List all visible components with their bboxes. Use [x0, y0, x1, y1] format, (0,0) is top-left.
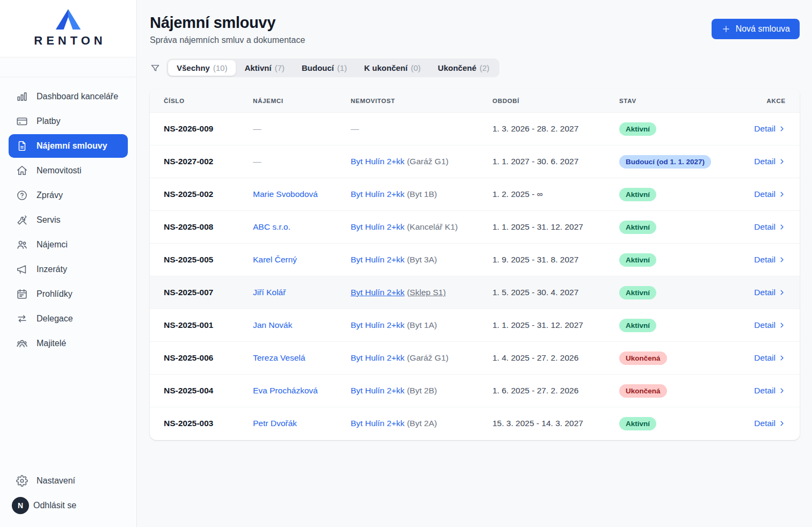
sidebar-footer: Nastavení N Odhlásit se: [0, 468, 136, 527]
property-link[interactable]: Byt Hulín 2+kk: [351, 222, 404, 231]
tab-future[interactable]: Budoucí (1): [293, 60, 356, 76]
tenant-empty-dash: —: [253, 124, 262, 133]
detail-link[interactable]: Detail: [754, 189, 786, 199]
table-row[interactable]: NS-2027-002 — Byt Hulín 2+kk (Garáž G1) …: [150, 145, 800, 178]
property-link[interactable]: Byt Hulín 2+kk: [351, 288, 404, 297]
tenant-cell: —: [253, 145, 351, 178]
tenant-link[interactable]: Marie Svobodová: [253, 189, 318, 199]
detail-link[interactable]: Detail: [754, 157, 786, 166]
tenant-link[interactable]: Jan Novák: [253, 320, 292, 330]
table-row[interactable]: NS-2025-006 Tereza Veselá Byt Hulín 2+kk…: [150, 342, 800, 375]
tab-label: K ukončení: [364, 63, 408, 72]
property-link[interactable]: Byt Hulín 2+kk: [351, 255, 404, 264]
column-header-tenants: NÁJEMCI: [253, 89, 351, 113]
status-cell: Aktivní: [619, 309, 748, 342]
status-cell: Ukončená: [619, 342, 748, 375]
chevron-right-icon: [778, 289, 786, 296]
tab-active[interactable]: Aktivní (7): [236, 60, 293, 76]
chevron-right-icon: [778, 420, 786, 427]
property-link[interactable]: Byt Hulín 2+kk: [351, 419, 404, 428]
action-cell: Detail: [748, 276, 800, 309]
contract-period: 1. 1. 2025 - 31. 12. 2027: [492, 222, 583, 231]
table-row[interactable]: NS-2025-008 ABC s.r.o. Byt Hulín 2+kk (K…: [150, 211, 800, 244]
status-cell: Aktivní: [619, 276, 748, 309]
tenant-link[interactable]: ABC s.r.o.: [253, 222, 291, 231]
contract-number-cell: NS-2025-006: [150, 342, 253, 375]
period-cell: 1. 2. 2025 - ∞: [492, 178, 619, 211]
sidebar-item-properties[interactable]: Nemovitosti: [9, 159, 128, 182]
contract-number: NS-2025-007: [164, 288, 213, 297]
table-row[interactable]: NS-2025-002 Marie Svobodová Byt Hulín 2+…: [150, 178, 800, 211]
contract-period: 1. 4. 2025 - 27. 2. 2026: [492, 353, 578, 362]
property-cell: Byt Hulín 2+kk (Byt 1A): [351, 309, 492, 342]
tab-to-terminate[interactable]: K ukončení (0): [356, 60, 429, 76]
tab-terminated[interactable]: Ukončené (2): [429, 60, 498, 76]
tenant-cell: Jan Novák: [253, 309, 351, 342]
detail-link[interactable]: Detail: [754, 222, 786, 232]
sidebar-item-dashboard[interactable]: Dashboard kanceláře: [9, 85, 128, 108]
table-row[interactable]: NS-2025-003 Petr Dvořák Byt Hulín 2+kk (…: [150, 407, 800, 440]
sidebar-item-listings[interactable]: Inzeráty: [9, 258, 128, 281]
user-avatar: N: [12, 497, 29, 514]
status-badge: Aktivní: [619, 253, 656, 267]
sidebar-item-label: Nájemci: [37, 240, 68, 250]
contract-number: NS-2025-008: [164, 222, 213, 231]
detail-link[interactable]: Detail: [754, 386, 786, 396]
filter-funnel-icon[interactable]: [150, 63, 161, 74]
sidebar-item-owners[interactable]: Majitelé: [9, 332, 128, 355]
tenant-link[interactable]: Karel Černý: [253, 255, 297, 264]
property-link[interactable]: Byt Hulín 2+kk: [351, 320, 404, 330]
property-cell: —: [351, 113, 492, 145]
contracts-table-body: NS-2026-009 — — 1. 3. 2026 - 28. 2. 2027…: [150, 113, 800, 440]
sidebar-item-contracts[interactable]: Nájemní smlouvy: [9, 134, 128, 158]
sidebar-item-label: Nastavení: [37, 476, 75, 486]
logo-block[interactable]: RENTON: [0, 0, 136, 57]
tenant-cell: Marie Svobodová: [253, 178, 351, 211]
status-cell: Ukončená: [619, 375, 748, 407]
detail-link[interactable]: Detail: [754, 320, 786, 330]
period-cell: 1. 3. 2026 - 28. 2. 2027: [492, 113, 619, 145]
tenant-link[interactable]: Eva Procházková: [253, 386, 318, 395]
tenant-link[interactable]: Jiří Kolář: [253, 288, 286, 297]
table-row[interactable]: NS-2026-009 — — 1. 3. 2026 - 28. 2. 2027…: [150, 113, 800, 145]
chevron-right-icon: [778, 354, 786, 362]
sidebar-item-viewings[interactable]: Prohlídky: [9, 282, 128, 306]
logout-button[interactable]: N Odhlásit se: [9, 494, 128, 517]
status-badge: Aktivní: [619, 221, 656, 234]
sidebar-item-settings[interactable]: Nastavení: [9, 469, 128, 493]
contract-number-cell: NS-2025-005: [150, 244, 253, 276]
detail-link[interactable]: Detail: [754, 288, 786, 297]
detail-link[interactable]: Detail: [754, 255, 786, 265]
sidebar-item-label: Nájemní smlouvy: [37, 141, 107, 151]
renton-logo-icon: [54, 9, 82, 32]
tenant-link[interactable]: Petr Dvořák: [253, 419, 297, 428]
sidebar-item-messages[interactable]: Zprávy: [9, 184, 128, 207]
tab-all[interactable]: Všechny (10): [168, 60, 236, 76]
table-row[interactable]: NS-2025-005 Karel Černý Byt Hulín 2+kk (…: [150, 244, 800, 276]
contract-period: 15. 3. 2025 - 14. 3. 2027: [492, 419, 583, 428]
sidebar-item-label: Prohlídky: [37, 289, 73, 299]
tenant-empty-dash: —: [253, 157, 262, 166]
table-row[interactable]: NS-2025-001 Jan Novák Byt Hulín 2+kk (By…: [150, 309, 800, 342]
sidebar-item-tenants[interactable]: Nájemci: [9, 233, 128, 257]
sidebar-item-delegation[interactable]: Delegace: [9, 307, 128, 331]
detail-link[interactable]: Detail: [754, 124, 786, 134]
sidebar-item-service[interactable]: Servis: [9, 208, 128, 232]
period-cell: 1. 1. 2025 - 31. 12. 2027: [492, 309, 619, 342]
contracts-table: ČÍSLO NÁJEMCI NEMOVITOST OBDOBÍ STAV AKC…: [150, 89, 800, 440]
home-icon: [16, 165, 28, 177]
table-row[interactable]: NS-2025-007 Jiří Kolář Byt Hulín 2+kk (S…: [150, 276, 800, 309]
new-contract-button[interactable]: Nová smlouva: [712, 19, 800, 39]
tab-label: Ukončené: [438, 63, 476, 72]
property-link[interactable]: Byt Hulín 2+kk: [351, 353, 404, 362]
sidebar-item-payments[interactable]: Platby: [9, 109, 128, 133]
detail-link[interactable]: Detail: [754, 353, 786, 363]
property-link[interactable]: Byt Hulín 2+kk: [351, 189, 404, 199]
contract-number: NS-2025-003: [164, 419, 213, 428]
property-link[interactable]: Byt Hulín 2+kk: [351, 157, 404, 166]
table-row[interactable]: NS-2025-004 Eva Procházková Byt Hulín 2+…: [150, 375, 800, 407]
property-link[interactable]: Byt Hulín 2+kk: [351, 386, 404, 395]
tenant-link[interactable]: Tereza Veselá: [253, 353, 305, 362]
chevron-right-icon: [778, 256, 786, 264]
detail-link[interactable]: Detail: [754, 419, 786, 428]
